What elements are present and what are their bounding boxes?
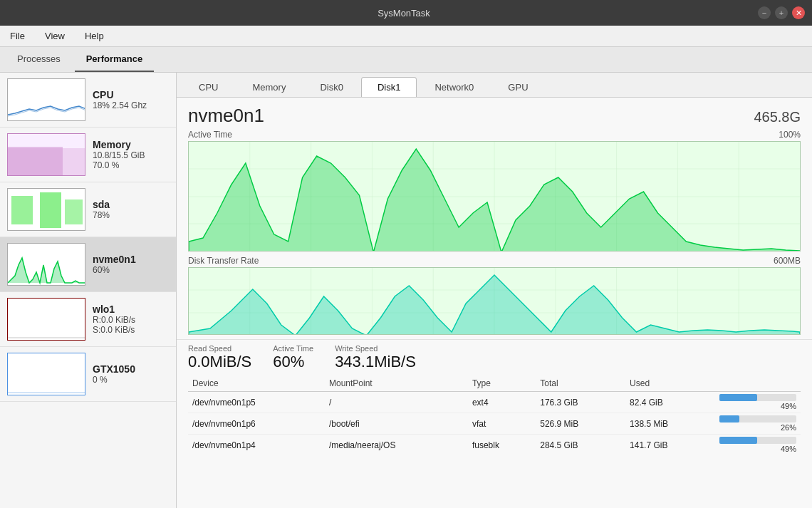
cell-device: /dev/nvme0n1p5 [188, 392, 325, 413]
cell-mount: /boot/efi [325, 413, 468, 435]
table-row: /dev/nvme0n1p5 / ext4 176.3 GiB 82.4 GiB… [188, 392, 801, 413]
table-row: /dev/nvme0n1p6 /boot/efi vfat 526.9 MiB … [188, 413, 801, 435]
progress-bar-fill [719, 437, 757, 444]
sub-tab-network0[interactable]: Network0 [418, 77, 490, 97]
cell-type: vfat [468, 413, 536, 435]
progress-bar-bg [719, 415, 796, 423]
titlebar: SysMonTask − + ✕ [0, 0, 812, 26]
minimize-button[interactable]: − [758, 6, 771, 19]
sda-stat: 78% [93, 210, 169, 220]
svg-rect-3 [40, 192, 61, 228]
write-speed-value: 343.1MiB/S [335, 353, 416, 371]
col-total: Total [536, 375, 625, 392]
col-device: Device [188, 375, 325, 392]
memory-stat1: 10.8/15.5 GiB [93, 150, 169, 160]
titlebar-controls: − + ✕ [758, 6, 805, 19]
nvme-info: nvme0n1 60% [93, 254, 169, 275]
write-speed-block: Write Speed 343.1MiB/S [335, 344, 416, 371]
wlo-stat1: R:0.0 KiB/s [93, 315, 169, 325]
maximize-button[interactable]: + [775, 6, 788, 19]
active-time-chart [188, 141, 801, 252]
col-pct [715, 375, 801, 392]
memory-thumb [7, 133, 85, 176]
sub-tab-gpu[interactable]: GPU [491, 77, 544, 97]
transfer-rate-section: Disk Transfer Rate 600MB [177, 256, 812, 339]
cell-used: 141.7 GiB [625, 435, 715, 456]
progress-bar-fill [719, 394, 757, 401]
sidebar-item-nvme[interactable]: nvme0n1 60% [0, 237, 176, 292]
svg-marker-31 [189, 275, 800, 335]
close-button[interactable]: ✕ [792, 6, 805, 19]
active-time-label: Active Time [188, 130, 232, 140]
active-time-stat-value: 60% [273, 353, 313, 371]
device-size: 465.8G [754, 109, 801, 125]
cell-device: /dev/nvme0n1p4 [188, 435, 325, 456]
sidebar-item-gpu[interactable]: GTX1050 0 % [0, 347, 176, 402]
content-area: CPU 18% 2.54 Ghz Memory 10.8/15.5 GiB 70… [0, 73, 812, 508]
menu-help[interactable]: Help [80, 28, 108, 44]
sidebar-item-sda[interactable]: sda 78% [0, 182, 176, 237]
active-time-stat-label: Active Time [273, 344, 313, 353]
wlo-thumb [7, 298, 85, 341]
cell-total: 176.3 GiB [536, 392, 625, 413]
transfer-label-row: Disk Transfer Rate 600MB [188, 256, 801, 266]
sub-tab-memory[interactable]: Memory [236, 77, 302, 97]
sidebar: CPU 18% 2.54 Ghz Memory 10.8/15.5 GiB 70… [0, 73, 177, 508]
sub-tab-disk0[interactable]: Disk0 [303, 77, 360, 97]
memory-stat2: 70.0 % [93, 160, 169, 170]
col-mount: MountPoint [325, 375, 468, 392]
cell-type: ext4 [468, 392, 536, 413]
cpu-thumb [7, 78, 85, 121]
menu-view[interactable]: View [41, 28, 69, 44]
tab-processes[interactable]: Processes [6, 47, 72, 72]
cell-mount: /media/neeraj/OS [325, 435, 468, 456]
write-speed-label: Write Speed [335, 344, 416, 353]
disk-table: Device MountPoint Type Total Used /dev/n… [188, 375, 801, 455]
wlo-info: wlo1 R:0.0 KiB/s S:0.0 KiB/s [93, 304, 169, 335]
gpu-thumb [7, 353, 85, 395]
active-time-label-row: Active Time 100% [188, 130, 801, 140]
cpu-stat: 18% 2.54 Ghz [93, 100, 169, 110]
nvme-thumb [7, 243, 85, 286]
sda-label: sda [93, 199, 169, 210]
sda-info: sda 78% [93, 199, 169, 220]
wlo-stat2: S:0.0 KiB/s [93, 325, 169, 335]
progress-bar-fill [719, 415, 739, 423]
svg-rect-2 [11, 196, 33, 224]
read-speed-block: Read Speed 0.0MiB/S [188, 344, 251, 371]
progress-bar-bg [719, 437, 796, 444]
transfer-rate-chart [188, 267, 801, 335]
cell-type: fuseblk [468, 435, 536, 456]
read-speed-label: Read Speed [188, 344, 251, 353]
wlo-label: wlo1 [93, 304, 169, 315]
device-name: nvme0n1 [188, 105, 264, 127]
stats-bar: Read Speed 0.0MiB/S Active Time 60% Writ… [177, 339, 812, 375]
main-panel: CPU Memory Disk0 Disk1 Network0 GPU nvme… [177, 73, 812, 508]
active-time-max: 100% [779, 130, 801, 140]
progress-bar-bg [719, 394, 796, 401]
transfer-label: Disk Transfer Rate [188, 256, 259, 266]
tab-performance[interactable]: Performance [75, 47, 154, 72]
gpu-stat: 0 % [93, 375, 169, 385]
svg-rect-4 [65, 199, 83, 224]
col-used: Used [625, 375, 715, 392]
nvme-label: nvme0n1 [93, 254, 169, 265]
sda-thumb [7, 188, 85, 231]
progress-label: 26% [719, 423, 796, 432]
sub-tabs: CPU Memory Disk0 Disk1 Network0 GPU [177, 73, 812, 98]
progress-label: 49% [719, 445, 796, 453]
active-time-section: Active Time 100% [177, 130, 812, 256]
gpu-label: GTX1050 [93, 363, 169, 375]
sidebar-item-wlo[interactable]: wlo1 R:0.0 KiB/s S:0.0 KiB/s [0, 292, 176, 347]
sidebar-item-cpu[interactable]: CPU 18% 2.54 Ghz [0, 73, 176, 128]
sidebar-item-memory[interactable]: Memory 10.8/15.5 GiB 70.0 % [0, 128, 176, 182]
cell-total: 526.9 MiB [536, 413, 625, 435]
sub-tab-disk1[interactable]: Disk1 [361, 77, 417, 97]
menu-file[interactable]: File [6, 28, 29, 44]
cell-progress: 49% [715, 392, 801, 413]
sub-tab-cpu[interactable]: CPU [182, 77, 234, 97]
cell-used: 138.5 MiB [625, 413, 715, 435]
main-tabs: Processes Performance [0, 47, 812, 73]
active-time-block: Active Time 60% [273, 344, 313, 371]
cpu-info: CPU 18% 2.54 Ghz [93, 89, 169, 110]
